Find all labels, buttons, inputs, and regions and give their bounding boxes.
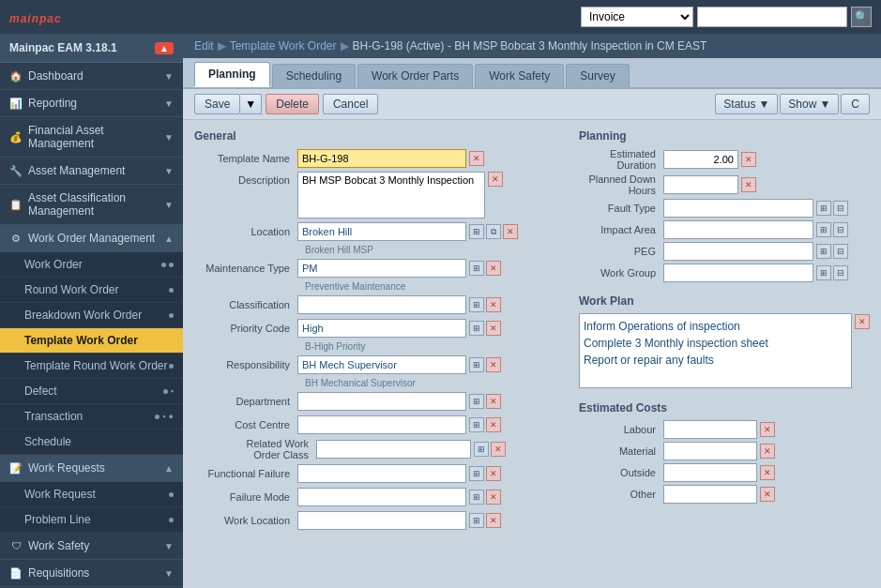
planned-down-hours-clear[interactable]: ✕ bbox=[741, 177, 756, 192]
save-button[interactable]: Save bbox=[194, 94, 240, 114]
peg-browse2[interactable]: ⊟ bbox=[833, 244, 848, 259]
sidebar-subitem-schedule[interactable]: Schedule bbox=[0, 430, 183, 455]
search-input[interactable] bbox=[697, 7, 847, 27]
description-clear[interactable]: ✕ bbox=[488, 172, 503, 187]
work-plan-clear[interactable]: ✕ bbox=[855, 314, 870, 329]
work-plan-content[interactable]: Inform Operations of inspection Complete… bbox=[579, 313, 852, 388]
location-browse1[interactable]: ⊞ bbox=[469, 224, 484, 239]
sidebar-item-financial[interactable]: 💰 Financial Asset Management ▼ bbox=[0, 117, 183, 158]
search-button[interactable]: 🔍 bbox=[851, 7, 872, 27]
failure-mode-browse[interactable]: ⊞ bbox=[469, 490, 484, 505]
sidebar-subitem-template-work-order[interactable]: Template Work Order bbox=[0, 328, 183, 354]
labour-input[interactable] bbox=[663, 420, 757, 439]
priority-clear[interactable]: ✕ bbox=[486, 321, 501, 336]
sidebar-subitem-work-order[interactable]: Work Order bbox=[0, 252, 183, 278]
work-group-browse1[interactable]: ⊞ bbox=[816, 265, 831, 280]
failure-mode-input[interactable] bbox=[297, 488, 466, 506]
related-work-order-class-input[interactable] bbox=[316, 440, 471, 459]
cancel-button[interactable]: Cancel bbox=[323, 94, 378, 114]
planned-down-hours-input[interactable] bbox=[663, 175, 738, 194]
department-browse[interactable]: ⊞ bbox=[469, 394, 484, 409]
location-input[interactable] bbox=[297, 222, 466, 241]
fault-type-input[interactable] bbox=[663, 199, 813, 218]
classification-input[interactable] bbox=[297, 295, 466, 314]
sidebar-item-reporting[interactable]: 📊 Reporting ▼ bbox=[0, 90, 183, 117]
sidebar-item-work-safety[interactable]: 🛡 Work Safety ▼ bbox=[0, 533, 183, 560]
sidebar-subitem-work-request[interactable]: Work Request bbox=[0, 482, 183, 507]
material-input[interactable] bbox=[663, 442, 757, 460]
sidebar-item-work-order-mgmt[interactable]: ⚙ Work Order Management ▲ bbox=[0, 225, 183, 252]
priority-code-input[interactable] bbox=[297, 319, 466, 338]
description-input[interactable] bbox=[297, 172, 485, 219]
other-input[interactable] bbox=[663, 485, 757, 504]
sidebar-subitem-defect[interactable]: Defect ▪ bbox=[0, 379, 183, 404]
work-location-browse[interactable]: ⊞ bbox=[469, 513, 484, 528]
impact-area-browse2[interactable]: ⊟ bbox=[833, 222, 848, 237]
sidebar-subitem-round-work-order[interactable]: Round Work Order bbox=[0, 278, 183, 303]
tab-survey[interactable]: Survey bbox=[566, 64, 629, 87]
fault-type-browse2[interactable]: ⊟ bbox=[833, 201, 848, 216]
search-type-dropdown[interactable]: Invoice bbox=[581, 7, 693, 27]
other-clear[interactable]: ✕ bbox=[760, 487, 775, 502]
maintenance-type-input[interactable] bbox=[297, 259, 466, 278]
tab-scheduling[interactable]: Scheduling bbox=[272, 64, 356, 87]
related-clear[interactable]: ✕ bbox=[491, 442, 506, 457]
c-button[interactable]: C bbox=[841, 94, 870, 114]
maintenance-type-browse[interactable]: ⊞ bbox=[469, 261, 484, 276]
estimated-duration-input[interactable] bbox=[663, 150, 738, 169]
impact-area-browse1[interactable]: ⊞ bbox=[816, 222, 831, 237]
cost-centre-clear[interactable]: ✕ bbox=[486, 417, 501, 432]
cost-centre-input[interactable] bbox=[297, 415, 466, 434]
fault-type-browse1[interactable]: ⊞ bbox=[816, 201, 831, 216]
sidebar-item-asset[interactable]: 🔧 Asset Management ▼ bbox=[0, 158, 183, 185]
classification-clear[interactable]: ✕ bbox=[486, 297, 501, 312]
breadcrumb-edit[interactable]: Edit bbox=[194, 39, 214, 53]
template-name-clear[interactable]: ✕ bbox=[469, 151, 484, 166]
tab-planning[interactable]: Planning bbox=[194, 62, 270, 87]
work-group-browse2[interactable]: ⊟ bbox=[833, 265, 848, 280]
material-clear[interactable]: ✕ bbox=[760, 444, 775, 459]
sidebar-item-requisitions[interactable]: 📄 Requisitions ▼ bbox=[0, 560, 183, 587]
department-input[interactable] bbox=[297, 392, 466, 411]
department-clear[interactable]: ✕ bbox=[486, 394, 501, 409]
labour-clear[interactable]: ✕ bbox=[760, 422, 775, 437]
show-button[interactable]: Show ▼ bbox=[780, 94, 839, 114]
tab-work-order-parts[interactable]: Work Order Parts bbox=[357, 64, 473, 87]
work-location-input[interactable] bbox=[297, 511, 466, 530]
outside-clear[interactable]: ✕ bbox=[760, 465, 775, 480]
functional-failure-input[interactable] bbox=[297, 464, 466, 483]
functional-failure-browse[interactable]: ⊞ bbox=[469, 466, 484, 481]
work-group-input[interactable] bbox=[663, 264, 813, 282]
sidebar-subitem-breakdown-work-order[interactable]: Breakdown Work Order bbox=[0, 303, 183, 328]
sidebar-item-dashboard[interactable]: 🏠 Dashboard ▼ bbox=[0, 63, 183, 90]
sidebar-subitem-template-round-work-order[interactable]: Template Round Work Order bbox=[0, 354, 183, 379]
sidebar-subitem-transaction[interactable]: Transaction ▪ ● bbox=[0, 404, 183, 430]
cost-centre-browse[interactable]: ⊞ bbox=[469, 417, 484, 432]
delete-button[interactable]: Delete bbox=[266, 94, 319, 114]
responsibility-clear[interactable]: ✕ bbox=[486, 357, 501, 372]
classification-browse[interactable]: ⊞ bbox=[469, 297, 484, 312]
sidebar-item-work-requests[interactable]: 📝 Work Requests ▲ bbox=[0, 455, 183, 482]
breadcrumb-template-work-order[interactable]: Template Work Order bbox=[230, 39, 337, 53]
maintenance-type-clear[interactable]: ✕ bbox=[486, 261, 501, 276]
functional-failure-clear[interactable]: ✕ bbox=[486, 466, 501, 481]
responsibility-browse[interactable]: ⊞ bbox=[469, 357, 484, 372]
estimated-duration-clear[interactable]: ✕ bbox=[741, 152, 756, 167]
peg-input[interactable] bbox=[663, 242, 813, 261]
responsibility-input[interactable] bbox=[297, 355, 466, 374]
location-clear[interactable]: ✕ bbox=[503, 224, 518, 239]
impact-area-input[interactable] bbox=[663, 220, 813, 239]
priority-browse[interactable]: ⊞ bbox=[469, 321, 484, 336]
work-location-clear[interactable]: ✕ bbox=[486, 513, 501, 528]
status-button[interactable]: Status ▼ bbox=[715, 94, 778, 114]
save-arrow-button[interactable]: ▼ bbox=[240, 94, 262, 114]
outside-input[interactable] bbox=[663, 463, 757, 482]
failure-mode-clear[interactable]: ✕ bbox=[486, 490, 501, 505]
template-name-input[interactable] bbox=[297, 149, 466, 168]
tab-work-safety[interactable]: Work Safety bbox=[475, 64, 564, 87]
location-browse2[interactable]: ⧉ bbox=[486, 224, 501, 239]
related-browse[interactable]: ⊞ bbox=[474, 442, 489, 457]
peg-browse1[interactable]: ⊞ bbox=[816, 244, 831, 259]
sidebar-item-classification[interactable]: 📋 Asset Classification Management ▼ bbox=[0, 185, 183, 225]
sidebar-subitem-problem-line[interactable]: Problem Line bbox=[0, 507, 183, 533]
